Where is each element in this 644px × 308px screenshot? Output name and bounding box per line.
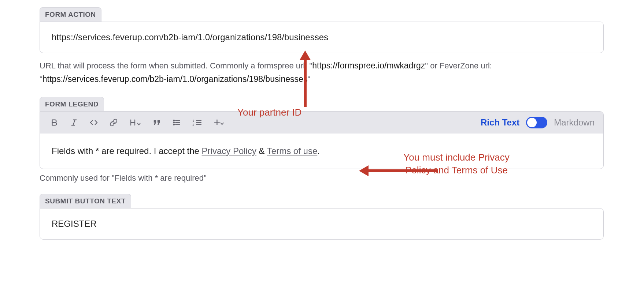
form-action-label: FORM ACTION (40, 7, 101, 22)
form-action-help-mid: or FeverZone url: (428, 61, 492, 70)
legend-text-mid: & (256, 146, 267, 156)
editor-toolbar: 12 Rich Text Markdown (40, 112, 603, 134)
quote-icon[interactable] (151, 117, 162, 128)
svg-point-10 (173, 122, 174, 123)
privacy-policy-link[interactable]: Privacy Policy (202, 146, 256, 156)
add-block-icon[interactable] (212, 117, 225, 128)
code-icon[interactable] (88, 117, 99, 128)
italic-icon[interactable] (69, 117, 79, 128)
submit-button-text-label: SUBMIT BUTTON TEXT (40, 194, 131, 208)
unordered-list-icon[interactable] (171, 117, 182, 128)
svg-text:1: 1 (192, 119, 194, 123)
legend-text-suffix: . (317, 146, 320, 156)
svg-point-9 (173, 120, 174, 121)
svg-point-11 (173, 124, 174, 125)
form-legend-body[interactable]: Fields with * are required. I accept the… (40, 134, 603, 169)
submit-button-text-input[interactable] (40, 208, 604, 240)
form-legend-label: FORM LEGEND (40, 97, 104, 111)
form-action-input[interactable] (40, 22, 604, 53)
form-action-help-url2: https://services.feverup.com/b2b-iam/1.0… (42, 74, 308, 84)
form-legend-help: Commonly used for "Fields with * are req… (40, 173, 604, 183)
editor-mode-toggle[interactable] (526, 117, 547, 128)
bold-icon[interactable] (49, 117, 60, 128)
link-icon[interactable] (108, 117, 119, 128)
form-action-help-url1: https://formspree.io/mwkadrgz (312, 61, 425, 70)
ordered-list-icon[interactable]: 12 (191, 117, 203, 128)
legend-text-prefix: Fields with * are required. I accept the (52, 146, 202, 156)
svg-text:2: 2 (192, 123, 194, 127)
form-action-group: FORM ACTION (40, 7, 604, 53)
terms-of-use-link[interactable]: Terms of use (267, 146, 317, 156)
form-action-help: URL that will process the form when subm… (40, 59, 604, 86)
form-legend-editor: 12 Rich Text Markdown Fields with * are … (40, 111, 604, 169)
heading-icon[interactable] (128, 117, 143, 128)
form-legend-group: FORM LEGEND (40, 97, 604, 169)
svg-line-2 (73, 120, 75, 125)
rich-text-mode-label[interactable]: Rich Text (481, 117, 519, 128)
form-action-help-prefix: URL that will process the form when subm… (40, 61, 309, 70)
submit-button-text-group: SUBMIT BUTTON TEXT (40, 194, 604, 240)
markdown-mode-label[interactable]: Markdown (554, 117, 595, 128)
